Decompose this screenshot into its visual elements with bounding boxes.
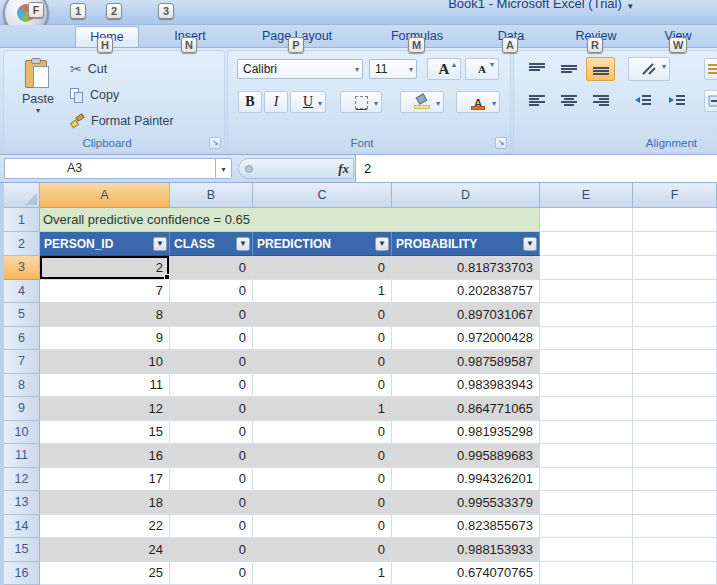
copy-button[interactable]: Copy bbox=[70, 83, 119, 107]
cell[interactable]: 0.988153933 bbox=[392, 538, 540, 562]
cell[interactable] bbox=[633, 444, 717, 468]
italic-button[interactable]: I bbox=[264, 91, 288, 113]
cell[interactable] bbox=[540, 444, 633, 468]
cell[interactable]: 0 bbox=[170, 538, 253, 562]
cell[interactable] bbox=[540, 538, 633, 562]
cell[interactable] bbox=[633, 562, 717, 585]
cell[interactable]: 0 bbox=[253, 350, 392, 374]
row-header[interactable]: 1 bbox=[4, 208, 40, 232]
row-header[interactable]: 15 bbox=[4, 538, 40, 562]
row-header[interactable]: 14 bbox=[4, 515, 40, 539]
name-box-dropdown-icon[interactable]: ▾ bbox=[215, 158, 232, 179]
cell[interactable]: 0 bbox=[170, 515, 253, 539]
column-header-d[interactable]: D bbox=[392, 183, 540, 208]
cell[interactable] bbox=[540, 303, 633, 327]
row-header[interactable]: 11 bbox=[4, 444, 40, 468]
cell[interactable]: 0 bbox=[170, 327, 253, 351]
merge-center-button-partial[interactable] bbox=[704, 90, 717, 112]
row-header[interactable]: 12 bbox=[4, 468, 40, 492]
cell[interactable]: 17 bbox=[40, 468, 170, 492]
cell[interactable] bbox=[633, 327, 717, 351]
row-header[interactable]: 9 bbox=[4, 397, 40, 421]
cell[interactable] bbox=[633, 491, 717, 515]
table-header-prediction[interactable]: PREDICTION ▼ bbox=[253, 232, 392, 256]
cell[interactable] bbox=[540, 397, 633, 421]
align-middle-button[interactable] bbox=[554, 57, 583, 81]
cell[interactable]: 0.897031067 bbox=[392, 303, 540, 327]
cell[interactable]: 0.983983943 bbox=[392, 374, 540, 398]
cell[interactable] bbox=[633, 208, 717, 232]
borders-button[interactable]: ▾ bbox=[340, 91, 382, 113]
cell[interactable] bbox=[540, 562, 633, 585]
filter-dropdown-icon[interactable]: ▼ bbox=[375, 237, 389, 251]
font-color-button[interactable]: A ▾ bbox=[456, 91, 500, 113]
align-right-button[interactable] bbox=[586, 89, 615, 113]
cell[interactable] bbox=[633, 374, 717, 398]
cell[interactable]: 0 bbox=[170, 350, 253, 374]
cell[interactable]: 0 bbox=[253, 327, 392, 351]
insert-function-button[interactable]: fx bbox=[338, 161, 349, 177]
cell[interactable] bbox=[540, 374, 633, 398]
align-bottom-button[interactable] bbox=[586, 57, 615, 81]
cell[interactable] bbox=[540, 280, 633, 304]
cell[interactable] bbox=[633, 538, 717, 562]
filter-dropdown-icon[interactable]: ▼ bbox=[236, 237, 250, 251]
font-size-dropdown-icon[interactable]: ▾ bbox=[409, 65, 413, 74]
row-header[interactable]: 5 bbox=[4, 303, 40, 327]
row-header[interactable]: 4 bbox=[4, 280, 40, 304]
cell[interactable] bbox=[540, 515, 633, 539]
select-all-button[interactable] bbox=[4, 183, 40, 208]
cell[interactable]: 0 bbox=[170, 374, 253, 398]
cell[interactable]: 0.995889683 bbox=[392, 444, 540, 468]
cell[interactable]: 0 bbox=[170, 256, 253, 280]
filter-dropdown-icon[interactable]: ▼ bbox=[153, 237, 167, 251]
paste-button[interactable]: Paste ▾ bbox=[12, 55, 64, 133]
cell[interactable] bbox=[633, 468, 717, 492]
cell[interactable]: 8 bbox=[40, 303, 170, 327]
row-header[interactable]: 3 bbox=[4, 256, 40, 280]
cell[interactable] bbox=[633, 421, 717, 445]
name-box[interactable]: A3 bbox=[4, 158, 215, 179]
filter-dropdown-icon[interactable]: ▼ bbox=[523, 237, 537, 251]
cell[interactable]: 0 bbox=[170, 303, 253, 327]
cell[interactable]: 0.818733703 bbox=[392, 256, 540, 280]
cell[interactable]: 0 bbox=[170, 444, 253, 468]
cell[interactable]: 0.995533379 bbox=[392, 491, 540, 515]
cell[interactable]: 0 bbox=[253, 421, 392, 445]
row-header[interactable]: 6 bbox=[4, 327, 40, 351]
cell[interactable]: 11 bbox=[40, 374, 170, 398]
bold-button[interactable]: B bbox=[238, 91, 262, 113]
cell[interactable]: 0 bbox=[253, 444, 392, 468]
column-header-e[interactable]: E bbox=[540, 183, 633, 208]
cell[interactable]: 9 bbox=[40, 327, 170, 351]
align-top-button[interactable] bbox=[522, 57, 551, 81]
orientation-button[interactable]: ▾ bbox=[628, 57, 670, 81]
cell[interactable]: 2 bbox=[40, 256, 170, 280]
cell[interactable]: 16 bbox=[40, 444, 170, 468]
row-header[interactable]: 10 bbox=[4, 421, 40, 445]
row-header[interactable]: 8 bbox=[4, 374, 40, 398]
align-center-button[interactable] bbox=[554, 89, 583, 113]
column-header-c[interactable]: C bbox=[253, 183, 392, 208]
cut-button[interactable]: ✂ Cut bbox=[70, 57, 107, 81]
cell[interactable]: 1 bbox=[253, 397, 392, 421]
cell[interactable] bbox=[540, 350, 633, 374]
cell[interactable] bbox=[633, 515, 717, 539]
cell[interactable]: 10 bbox=[40, 350, 170, 374]
cell[interactable] bbox=[633, 232, 717, 256]
fill-color-button[interactable]: ▾ bbox=[400, 91, 444, 113]
cell[interactable] bbox=[540, 256, 633, 280]
cell[interactable]: 0 bbox=[170, 491, 253, 515]
cell[interactable]: 0 bbox=[253, 256, 392, 280]
cell[interactable]: 15 bbox=[40, 421, 170, 445]
cell[interactable]: 0 bbox=[170, 562, 253, 585]
cell[interactable]: 22 bbox=[40, 515, 170, 539]
cell[interactable]: 0.202838757 bbox=[392, 280, 540, 304]
paste-dropdown-icon[interactable]: ▾ bbox=[13, 106, 63, 115]
cell[interactable]: 1 bbox=[253, 280, 392, 304]
cell[interactable] bbox=[540, 468, 633, 492]
row-header[interactable]: 7 bbox=[4, 350, 40, 374]
cell[interactable]: 0 bbox=[170, 397, 253, 421]
cell[interactable] bbox=[633, 280, 717, 304]
cell[interactable]: 0 bbox=[253, 468, 392, 492]
